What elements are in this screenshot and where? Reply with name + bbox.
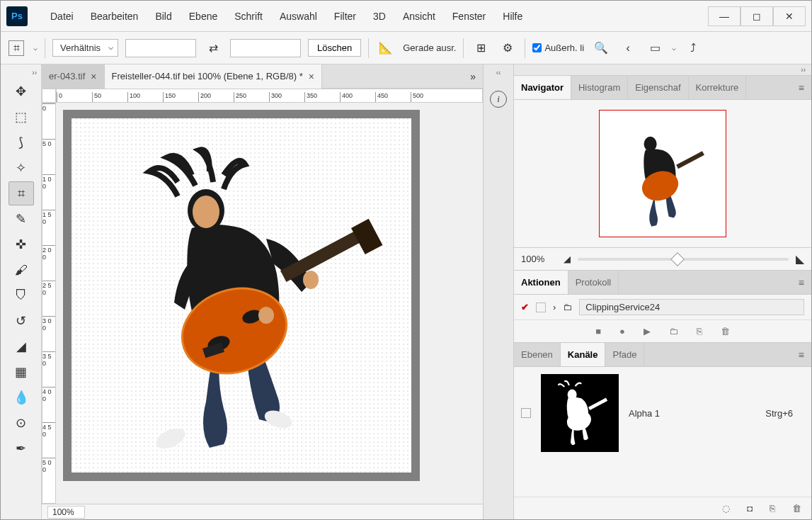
- panel-menu-icon[interactable]: ≡: [791, 349, 811, 361]
- delete-outside-checkbox[interactable]: Außerh. li: [532, 43, 584, 53]
- chevron-down-icon[interactable]: ⌵: [33, 44, 38, 52]
- move-tool[interactable]: ✥: [8, 79, 34, 103]
- aspect-ratio-select[interactable]: Verhältnis: [52, 39, 118, 57]
- vertical-ruler[interactable]: 05 01 0 01 5 02 0 02 5 03 0 03 5 04 0 04…: [42, 103, 56, 504]
- close-icon[interactable]: ×: [91, 71, 96, 82]
- tab-layers[interactable]: Ebenen: [514, 343, 561, 366]
- menu-view[interactable]: Ansicht: [394, 6, 444, 26]
- magic-wand-tool[interactable]: ✧: [8, 156, 34, 180]
- record-icon[interactable]: ●: [619, 326, 625, 337]
- chevron-left-icon[interactable]: ‹: [618, 38, 638, 58]
- clear-button[interactable]: Löschen: [308, 39, 361, 57]
- tab-histogram[interactable]: Histogram: [571, 76, 628, 99]
- eyedropper-tool[interactable]: ✎: [8, 207, 34, 231]
- zoom-in-icon[interactable]: ◣: [796, 252, 804, 266]
- delete-outside-input[interactable]: [532, 43, 542, 52]
- menu-image[interactable]: Bild: [147, 6, 180, 26]
- navigator-zoom-value[interactable]: 100%: [521, 254, 556, 264]
- straighten-icon[interactable]: 📐: [376, 38, 396, 58]
- minimize-button[interactable]: —: [708, 6, 740, 26]
- gradient-tool[interactable]: ▦: [8, 360, 34, 384]
- dodge-tool[interactable]: ⊙: [8, 411, 34, 435]
- trash-icon[interactable]: 🗑: [721, 326, 730, 337]
- tab-navigator[interactable]: Navigator: [514, 76, 571, 99]
- panel-menu-icon[interactable]: ≡: [791, 277, 811, 288]
- action-set-row[interactable]: ✔ › 🗀 ClippingService24: [514, 295, 811, 320]
- menu-select[interactable]: Auswahl: [271, 6, 326, 26]
- straighten-label: Gerade ausr.: [403, 43, 456, 53]
- close-window-button[interactable]: ✕: [773, 6, 806, 26]
- tab-history[interactable]: Protokoll: [568, 271, 619, 294]
- menu-edit[interactable]: Bearbeiten: [82, 6, 147, 26]
- crop-settings-button[interactable]: ⚙: [498, 38, 517, 58]
- tabs-overflow-button[interactable]: »: [463, 71, 483, 82]
- load-selection-icon[interactable]: ◌: [722, 503, 730, 514]
- strip-collapse[interactable]: ‹‹: [495, 67, 503, 78]
- channel-visibility-toggle[interactable]: [521, 408, 531, 418]
- canvas[interactable]: [72, 118, 411, 473]
- swap-dimensions-button[interactable]: ⇄: [203, 38, 223, 58]
- menu-3d[interactable]: 3D: [365, 6, 394, 26]
- checkmark-icon[interactable]: ✔: [521, 302, 529, 312]
- document-tab-active[interactable]: Freisteller-044.tif bei 100% (Ebene 1, R…: [105, 64, 322, 89]
- search-icon[interactable]: 🔍: [591, 38, 611, 58]
- lasso-tool[interactable]: ⟆: [8, 130, 34, 154]
- brush-tool[interactable]: 🖌: [8, 258, 34, 282]
- pen-tool[interactable]: ✒: [8, 436, 34, 460]
- trash-icon[interactable]: 🗑: [792, 503, 801, 514]
- history-brush-tool[interactable]: ↺: [8, 309, 34, 333]
- document-tab-inactive[interactable]: er-043.tif ×: [42, 64, 105, 89]
- action-set-name[interactable]: ClippingService24: [579, 299, 804, 315]
- save-selection-icon[interactable]: ◘: [747, 503, 753, 514]
- workspace-switcher[interactable]: ▭: [645, 38, 665, 58]
- panels-collapse[interactable]: ››: [514, 64, 811, 76]
- new-channel-icon[interactable]: ⎘: [770, 503, 775, 514]
- chevron-down-icon[interactable]: ⌵: [672, 44, 676, 52]
- play-icon[interactable]: ▶: [644, 326, 651, 337]
- tab-paths[interactable]: Pfade: [605, 343, 644, 366]
- tab-channels[interactable]: Kanäle: [561, 343, 606, 366]
- ruler-origin[interactable]: [42, 89, 56, 103]
- panels-column: ›› Navigator Histogram Eigenschaf Korrek…: [514, 64, 811, 519]
- share-icon[interactable]: ⤴: [683, 38, 703, 58]
- menu-type[interactable]: Schrift: [226, 6, 271, 26]
- toggle-dialog-icon[interactable]: [536, 303, 546, 312]
- maximize-button[interactable]: ◻: [740, 6, 773, 26]
- blur-tool[interactable]: 💧: [8, 385, 34, 409]
- grid-overlay-button[interactable]: ⊞: [471, 38, 491, 58]
- eraser-tool[interactable]: ◢: [8, 334, 34, 358]
- new-action-icon[interactable]: ⎘: [697, 326, 702, 337]
- navigator-panel-tabs: Navigator Histogram Eigenschaf Korrektur…: [514, 76, 811, 100]
- zoom-slider[interactable]: [578, 258, 789, 261]
- clone-stamp-tool[interactable]: ⛉: [8, 283, 34, 307]
- stop-icon[interactable]: ■: [595, 326, 601, 337]
- new-set-icon[interactable]: 🗀: [669, 326, 678, 337]
- close-icon[interactable]: ×: [309, 71, 314, 82]
- navigator-thumbnail[interactable]: [599, 110, 726, 237]
- menu-file[interactable]: Datei: [42, 6, 82, 26]
- horizontal-ruler[interactable]: 050100150200250300350400450500: [56, 89, 483, 103]
- toolbox-collapse[interactable]: ››: [1, 67, 41, 78]
- menu-layer[interactable]: Ebene: [181, 6, 226, 26]
- menu-help[interactable]: Hilfe: [494, 6, 531, 26]
- menu-filter[interactable]: Filter: [326, 6, 365, 26]
- tab-properties[interactable]: Eigenschaf: [628, 76, 688, 99]
- crop-width-input[interactable]: [125, 39, 196, 57]
- panel-menu-icon[interactable]: ≡: [791, 82, 811, 94]
- zoom-level[interactable]: 100%: [47, 506, 85, 519]
- marquee-tool[interactable]: ⬚: [8, 105, 34, 129]
- crop-overlay[interactable]: [63, 110, 420, 481]
- canvas-viewport[interactable]: [56, 103, 483, 504]
- info-icon[interactable]: i: [490, 91, 507, 108]
- tool-preset-picker[interactable]: ⌗: [6, 38, 26, 58]
- channel-row[interactable]: Alpha 1 Strg+6: [514, 367, 811, 459]
- healing-brush-tool[interactable]: ✜: [8, 232, 34, 256]
- crop-height-input[interactable]: [230, 39, 301, 57]
- expand-icon[interactable]: ›: [553, 302, 556, 312]
- zoom-out-icon[interactable]: ◢: [564, 254, 571, 264]
- menu-window[interactable]: Fenster: [444, 6, 494, 26]
- tab-adjustments[interactable]: Korrekture: [689, 76, 747, 99]
- tab-actions[interactable]: Aktionen: [514, 271, 568, 294]
- folder-icon: 🗀: [563, 302, 572, 312]
- crop-tool[interactable]: ⌗: [8, 181, 34, 205]
